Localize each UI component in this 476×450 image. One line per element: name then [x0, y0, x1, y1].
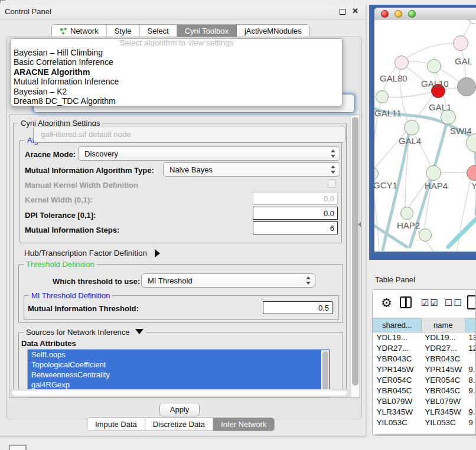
tab-jactivemnodules-label: jActiveMNodules [244, 27, 302, 35]
cell[interactable] [465, 396, 476, 407]
manual-kernel-checkbox[interactable] [328, 180, 336, 188]
tab-select[interactable]: Select [140, 25, 177, 37]
network-node[interactable] [453, 35, 468, 51]
tab-impute-data[interactable]: Impute Data [87, 418, 145, 431]
cell[interactable]: YPR145W [373, 364, 422, 375]
tab-network[interactable]: Network [52, 25, 107, 37]
network-node-gal80[interactable] [395, 56, 409, 70]
close-icon[interactable]: ✕ [352, 6, 358, 15]
float-window-icon[interactable] [340, 9, 345, 15]
network-window-titlebar[interactable] [374, 8, 476, 19]
dpi-tolerance-field[interactable]: 0.0 [253, 207, 338, 220]
aracne-mode-combo[interactable]: Discovery [78, 146, 340, 161]
cell[interactable]: 12 [465, 343, 476, 354]
cell[interactable]: YIL053C [421, 418, 465, 428]
network-node-hap2[interactable] [400, 207, 413, 220]
attribute-item[interactable]: gal4RGexp [28, 380, 330, 390]
table-row[interactable]: YBL079WYBL079W [373, 396, 476, 407]
dropdown-item[interactable]: Bayesian – K2 [11, 87, 342, 96]
table-row[interactable]: YBR043CYBR043C [373, 354, 476, 364]
cell[interactable]: YBR045C [373, 386, 422, 396]
data-table-combo[interactable]: galFiltered.sif default node [33, 126, 346, 143]
dpi-tolerance-value: 0.0 [324, 209, 334, 218]
cell[interactable]: YER054C [373, 375, 422, 386]
tab-cyni-toolbox[interactable]: Cyni Toolbox [177, 25, 237, 37]
settings-h-scrollbar[interactable] [10, 389, 351, 397]
cell[interactable]: YBR043C [373, 354, 422, 364]
close-traffic-light-icon[interactable] [381, 10, 389, 18]
mi-algorithm-type-combo[interactable]: Naive Bayes [163, 162, 340, 177]
cell[interactable]: 9. [465, 407, 476, 418]
panel-collapse-arrow-icon[interactable] [358, 222, 361, 227]
cell[interactable]: 8. [465, 375, 476, 386]
table-row[interactable]: YPR145WYPR145W9. [373, 364, 476, 375]
attribute-item[interactable]: SelfLoops [28, 350, 330, 360]
network-node-gal10[interactable] [427, 59, 441, 73]
cell[interactable]: YDR27... [421, 343, 465, 354]
cell[interactable]: YDL19... [373, 332, 422, 343]
table-row[interactable]: YDR27...YDR27...12 [373, 343, 476, 354]
tab-jactivemnodules[interactable]: jActiveMNodules [237, 25, 309, 37]
mi-threshold-field[interactable]: 0.5 [263, 301, 332, 314]
attribute-item[interactable]: TopologicalCoefficient [28, 360, 330, 370]
columns-icon[interactable] [400, 296, 412, 308]
table-h-scrollbar[interactable] [374, 433, 476, 436]
dropdown-item[interactable]: Mutual Information Inference [11, 77, 342, 86]
control-panel-title: Control Panel [5, 7, 51, 16]
tab-style[interactable]: Style [107, 25, 140, 37]
file-icon[interactable] [467, 295, 476, 309]
table-row[interactable]: YLR345WYLR345W9. [373, 407, 476, 418]
attribute-item[interactable]: BetweennessCentrality [28, 370, 330, 380]
table-row[interactable]: YIL053CYIL053C9 [373, 418, 476, 428]
table-row[interactable]: YER054CYER054C8. [373, 375, 476, 386]
minimize-traffic-light-icon[interactable] [395, 10, 402, 18]
column-header-name[interactable]: name [421, 318, 465, 332]
checked-pair-icon[interactable]: ☑☑ [421, 298, 439, 308]
table-row[interactable]: YDL19...YDL19...13 [373, 332, 476, 343]
cell[interactable]: YBR045C [421, 386, 465, 396]
network-node-gal4[interactable] [404, 120, 419, 135]
cell[interactable]: YDR27... [373, 343, 422, 354]
column-header-shared-name[interactable]: shared... [373, 318, 422, 332]
gear-icon[interactable]: ⚙ [381, 296, 392, 309]
settings-scrollbar[interactable] [350, 116, 359, 398]
cell[interactable]: 9. [465, 364, 476, 375]
table-row[interactable]: YBR045CYBR045C9. [373, 386, 476, 396]
column-header-partial[interactable]: A [465, 318, 476, 332]
cell[interactable]: YBL079W [373, 396, 422, 407]
dropdown-item-highlighted[interactable]: ARACNE Algorithm [11, 67, 342, 77]
dropdown-item[interactable]: Dream8 DC_TDC Algorithm [11, 96, 342, 106]
hub-definition-expander[interactable]: Hub/Transcription Factor Definition [24, 247, 160, 258]
cell[interactable]: YBR043C [421, 354, 465, 364]
tab-discretize-data[interactable]: Discretize Data [145, 418, 213, 431]
zoom-traffic-light-icon[interactable] [408, 10, 416, 18]
cell[interactable]: 13 [465, 332, 476, 343]
dropdown-item[interactable]: Bayesian – Hill Climbing [11, 48, 342, 57]
expander-down-arrow-icon[interactable] [135, 329, 144, 334]
dpi-tolerance-label: DPI Tolerance [0,1]: [25, 211, 96, 220]
cell[interactable]: 9 [465, 418, 476, 428]
kernel-width-field[interactable]: 0.0 [253, 192, 338, 205]
dropdown-item[interactable]: Basic Correlation Inference [11, 57, 342, 67]
network-node[interactable] [419, 229, 432, 242]
which-threshold-combo[interactable]: MI Threshold [141, 273, 315, 288]
cell[interactable]: YLR345W [373, 407, 422, 418]
network-node[interactable] [457, 77, 476, 96]
cell[interactable]: YLR345W [421, 407, 465, 418]
tab-infer-network[interactable]: Infer Network [213, 418, 274, 431]
cell[interactable]: YIL053C [373, 418, 422, 428]
cell[interactable]: 9. [465, 386, 476, 396]
apply-button[interactable]: Apply [159, 403, 200, 416]
cell[interactable]: YER054C [421, 375, 465, 386]
cell[interactable]: YPR145W [421, 364, 465, 375]
cell[interactable]: YDL19... [421, 332, 465, 343]
network-canvas[interactable]: GAL GAL80 GAL10 GAL1 GAL11 SWI4 GAL4 GCY… [374, 19, 476, 252]
table-panel-title: Table Panel [375, 275, 415, 284]
cell[interactable]: YBL079W [421, 396, 465, 407]
cell[interactable] [465, 354, 476, 364]
network-node-gal11[interactable] [376, 90, 389, 103]
unchecked-pair-icon[interactable]: ☐☐ [445, 298, 463, 308]
network-node-hap4[interactable] [426, 165, 441, 181]
mi-steps-field[interactable]: 6 [253, 221, 338, 234]
mi-threshold-group: MI Threshold Definition Mutual Informati… [24, 295, 339, 320]
